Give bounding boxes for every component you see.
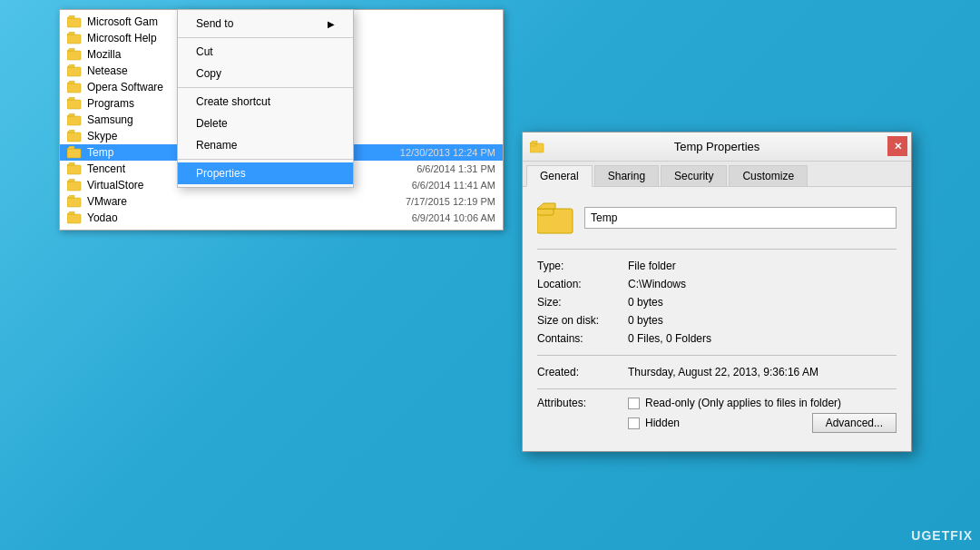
svg-marker-11 [67, 97, 74, 100]
property-row: Size on disk:0 bytes [537, 311, 897, 329]
folder-icon [67, 146, 82, 159]
context-menu-item[interactable]: Rename [178, 134, 353, 156]
svg-rect-8 [67, 83, 81, 93]
prop-label: Location: [537, 275, 628, 293]
context-menu-item-label: Create shortcut [196, 95, 270, 108]
file-item-date: 6/9/2014 10:06 AM [232, 212, 495, 223]
folder-icon [67, 32, 82, 44]
section-divider-2 [537, 355, 897, 356]
prop-label: Size: [537, 293, 628, 311]
folder-icon [67, 48, 82, 61]
context-menu-item[interactable]: Create shortcut [178, 91, 353, 113]
property-row: Size:0 bytes [537, 293, 897, 311]
context-menu-item[interactable]: Send to▶ [178, 13, 353, 34]
hidden-checkbox[interactable] [628, 417, 640, 429]
folder-icon [67, 97, 82, 110]
folder-icon [67, 195, 82, 208]
folder-name-input[interactable] [584, 207, 897, 229]
prop-value: 0 bytes [628, 293, 897, 311]
file-item[interactable]: VMware 7/17/2015 12:19 PM [60, 193, 503, 210]
svg-marker-21 [67, 179, 74, 182]
prop-value: File folder [628, 257, 897, 275]
dialog-title-text: Temp Properties [674, 140, 760, 153]
prop-label: Type: [537, 257, 628, 275]
svg-rect-24 [67, 214, 81, 223]
svg-rect-0 [67, 18, 81, 27]
property-row: Type:File folder [537, 257, 897, 275]
section-divider-1 [537, 249, 897, 250]
svg-marker-15 [67, 130, 74, 133]
dialog-close-button[interactable]: ✕ [887, 136, 907, 156]
created-label: Created: [537, 363, 628, 381]
context-menu-item-label: Delete [196, 117, 228, 130]
created-row: Created: Thursday, August 22, 2013, 9:36… [537, 363, 897, 381]
dialog-tab-customize[interactable]: Customize [729, 165, 808, 186]
properties-table: Type:File folderLocation:C:\WindowsSize:… [537, 257, 897, 348]
file-item-name: VMware [87, 195, 232, 208]
prop-label: Size on disk: [537, 311, 628, 329]
context-menu-item-label: Send to [196, 17, 233, 30]
context-menu-item[interactable]: Cut [178, 41, 353, 63]
context-menu-item-label: Copy [196, 67, 221, 80]
advanced-button[interactable]: Advanced... [812, 413, 897, 433]
svg-rect-10 [67, 100, 81, 109]
folder-icon [67, 130, 82, 142]
dialog-tab-sharing[interactable]: Sharing [594, 165, 659, 186]
svg-marker-28 [530, 141, 537, 143]
prop-value: 0 bytes [628, 311, 897, 329]
svg-marker-19 [67, 162, 74, 165]
folder-icon [67, 64, 82, 77]
folder-icon [67, 211, 82, 224]
dialog-title-icon [530, 141, 544, 153]
folder-icon [67, 162, 82, 175]
context-menu-item-label: Properties [196, 167, 246, 180]
hidden-attr-row: Hidden Advanced... [628, 413, 897, 433]
context-menu-divider [178, 87, 353, 88]
svg-rect-4 [67, 51, 81, 60]
folder-icon [67, 113, 82, 126]
context-menu-item-label: Cut [196, 45, 213, 58]
svg-marker-5 [67, 48, 74, 51]
svg-rect-20 [67, 182, 81, 191]
svg-rect-18 [67, 165, 81, 174]
context-menu-divider [178, 37, 353, 38]
created-value: Thursday, August 22, 2013, 9:36:16 AM [628, 363, 897, 381]
prop-label: Contains: [537, 329, 628, 348]
readonly-attr-row: Read-only (Only applies to files in fold… [628, 397, 897, 409]
svg-marker-7 [67, 64, 74, 67]
file-item-date: 7/17/2015 12:19 PM [232, 196, 495, 207]
dialog-tab-general[interactable]: General [526, 165, 593, 187]
context-menu-item[interactable]: Delete [178, 113, 353, 134]
folder-icon [67, 81, 82, 93]
svg-rect-22 [67, 198, 81, 207]
dialog-tab-security[interactable]: Security [661, 165, 727, 186]
dialog-tabs: GeneralSharingSecurityCustomize [523, 162, 911, 187]
svg-marker-17 [67, 146, 74, 149]
context-menu-item[interactable]: Copy [178, 63, 353, 84]
svg-marker-9 [67, 81, 74, 83]
svg-marker-13 [67, 113, 74, 116]
svg-rect-12 [67, 116, 81, 125]
attributes-section: Attributes: Read-only (Only applies to f… [537, 397, 897, 437]
svg-marker-25 [67, 211, 74, 214]
context-menu-item-label: Rename [196, 139, 237, 152]
watermark: UGETFIX [911, 528, 973, 543]
file-item[interactable]: Yodao 6/9/2014 10:06 AM [60, 210, 503, 226]
folder-icon [67, 15, 82, 28]
context-menu-item[interactable]: Properties [178, 162, 353, 184]
svg-marker-23 [67, 195, 74, 198]
readonly-label: Read-only (Only applies to files in fold… [645, 397, 841, 409]
context-menu-divider [178, 159, 353, 160]
dialog-title-bar: Temp Properties ✕ [523, 133, 911, 162]
properties-dialog: Temp Properties ✕ GeneralSharingSecurity… [522, 132, 912, 452]
svg-rect-2 [67, 34, 81, 44]
prop-value: C:\Windows [628, 275, 897, 293]
dialog-content: Type:File folderLocation:C:\WindowsSize:… [523, 187, 911, 451]
prop-value: 0 Files, 0 Folders [628, 329, 897, 348]
svg-rect-16 [67, 149, 81, 158]
svg-rect-6 [67, 67, 81, 76]
svg-rect-27 [530, 143, 536, 146]
readonly-checkbox[interactable] [628, 398, 640, 409]
svg-marker-1 [67, 15, 74, 18]
svg-rect-14 [67, 133, 81, 142]
